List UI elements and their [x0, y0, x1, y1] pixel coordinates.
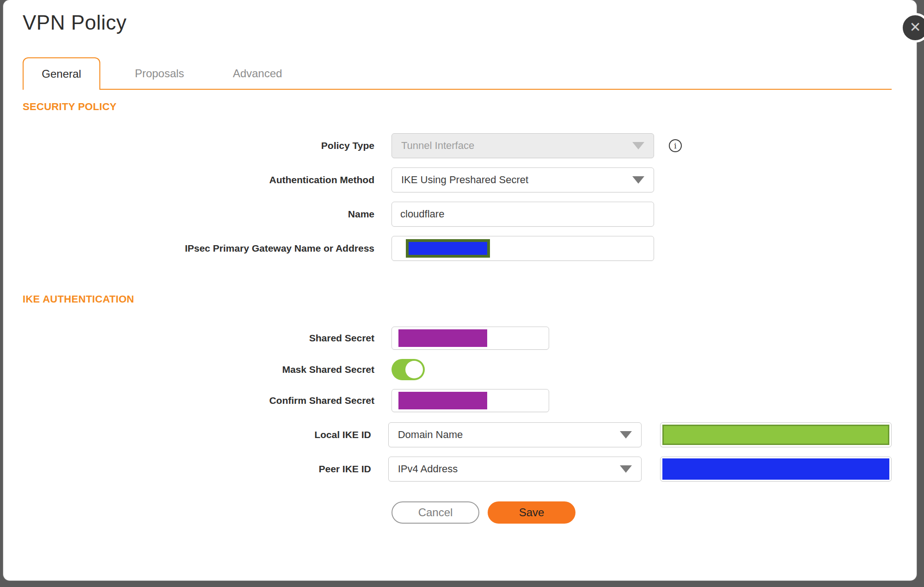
tab-bar: General Proposals Advanced	[23, 57, 892, 90]
name-input[interactable]: cloudflare	[392, 202, 654, 227]
redacted-confirm-shared-secret-value	[398, 392, 487, 409]
toggle-knob	[405, 361, 423, 378]
shared-secret-label: Shared Secret	[23, 333, 374, 344]
name-row: Name cloudflare	[23, 202, 892, 227]
tab-advanced-label: Advanced	[233, 67, 282, 80]
ipsec-gateway-row: IPsec Primary Gateway Name or Address	[23, 236, 892, 261]
redacted-shared-secret-value	[398, 329, 487, 347]
local-ike-id-row: Local IKE ID Domain Name	[23, 422, 892, 447]
mask-shared-secret-label: Mask Shared Secret	[23, 364, 374, 375]
authentication-method-label: Authentication Method	[23, 174, 374, 185]
info-icon[interactable]: i	[669, 139, 682, 152]
ipsec-gateway-label: IPsec Primary Gateway Name or Address	[23, 243, 374, 254]
tab-proposals[interactable]: Proposals	[121, 58, 198, 89]
chevron-down-icon	[620, 465, 632, 473]
policy-type-label: Policy Type	[23, 140, 374, 151]
redacted-gateway-value	[406, 239, 490, 258]
authentication-method-row: Authentication Method IKE Using Preshare…	[23, 167, 892, 192]
peer-ike-id-type-value: IPv4 Address	[398, 463, 458, 475]
authentication-method-value: IKE Using Preshared Secret	[401, 174, 528, 186]
local-ike-id-type-value: Domain Name	[398, 429, 463, 441]
peer-ike-id-row: Peer IKE ID IPv4 Address	[23, 457, 892, 482]
tab-advanced[interactable]: Advanced	[219, 58, 296, 89]
local-ike-id-select[interactable]: Domain Name	[388, 422, 642, 447]
vpn-policy-dialog: VPN Policy General Proposals Advanced SE…	[3, 0, 917, 581]
shared-secret-row: Shared Secret	[23, 327, 892, 350]
mask-shared-secret-toggle[interactable]	[392, 359, 425, 380]
section-heading-ike-authentication: IKE AUTHENTICATION	[23, 293, 892, 305]
close-icon-glyph: ✕	[909, 19, 921, 35]
info-icon-glyph: i	[674, 141, 676, 150]
policy-type-value: Tunnel Interface	[401, 140, 474, 152]
chevron-down-icon	[632, 176, 644, 184]
redacted-local-ike-id-value	[662, 425, 889, 445]
save-button[interactable]: Save	[488, 501, 575, 524]
confirm-shared-secret-input[interactable]	[392, 389, 549, 412]
peer-ike-id-label: Peer IKE ID	[23, 463, 371, 475]
name-value: cloudflare	[400, 208, 444, 220]
tab-general[interactable]: General	[23, 57, 100, 90]
policy-type-select: Tunnel Interface	[392, 133, 654, 158]
tab-proposals-label: Proposals	[135, 67, 184, 80]
dialog-actions: Cancel Save	[392, 501, 892, 524]
ipsec-gateway-input[interactable]	[392, 236, 654, 261]
local-ike-id-label: Local IKE ID	[23, 429, 371, 440]
name-label: Name	[23, 209, 374, 220]
chevron-down-icon	[632, 142, 644, 149]
confirm-shared-secret-label: Confirm Shared Secret	[23, 395, 374, 406]
peer-ike-id-input[interactable]	[660, 457, 892, 482]
mask-shared-secret-row: Mask Shared Secret	[23, 359, 892, 380]
tab-general-label: General	[42, 68, 81, 80]
section-heading-security-policy: SECURITY POLICY	[23, 101, 892, 113]
local-ike-id-input[interactable]	[660, 422, 892, 447]
page-title: VPN Policy	[23, 11, 892, 34]
authentication-method-select[interactable]: IKE Using Preshared Secret	[392, 167, 654, 192]
chevron-down-icon	[620, 431, 632, 439]
cancel-button[interactable]: Cancel	[392, 501, 479, 524]
policy-type-row: Policy Type Tunnel Interface i	[23, 133, 892, 158]
confirm-shared-secret-row: Confirm Shared Secret	[23, 389, 892, 412]
peer-ike-id-select[interactable]: IPv4 Address	[388, 457, 642, 482]
redacted-peer-ike-id-value	[662, 458, 889, 480]
shared-secret-input[interactable]	[392, 327, 549, 350]
